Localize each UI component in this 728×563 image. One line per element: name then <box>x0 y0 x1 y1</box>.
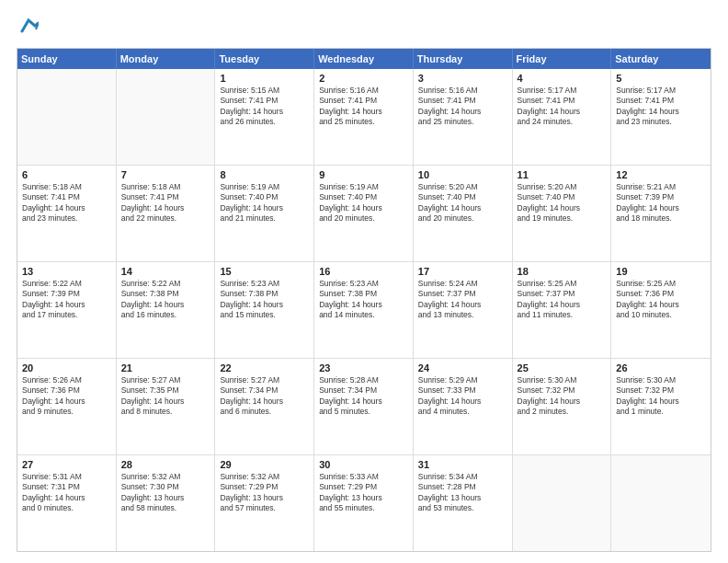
calendar-cell: 30Sunrise: 5:33 AMSunset: 7:29 PMDayligh… <box>314 455 414 551</box>
day-number: 31 <box>418 459 507 470</box>
calendar-cell: 11Sunrise: 5:20 AMSunset: 7:40 PMDayligh… <box>513 166 612 261</box>
cell-info-line: Sunrise: 5:17 AM <box>518 86 607 96</box>
cell-info-line: and 53 minutes. <box>418 503 507 513</box>
cell-info-line: and 6 minutes. <box>220 407 309 417</box>
cell-info-line: Sunset: 7:41 PM <box>220 96 309 106</box>
cell-info-line: Sunset: 7:37 PM <box>518 289 607 299</box>
header-day-tuesday: Tuesday <box>215 49 314 69</box>
cell-info-line: Sunset: 7:29 PM <box>220 482 309 492</box>
cell-info-line: and 13 minutes. <box>418 310 507 320</box>
cell-info-line: Sunset: 7:31 PM <box>22 482 111 492</box>
cell-info-line: Sunrise: 5:31 AM <box>22 472 111 482</box>
cell-info-line: Sunset: 7:39 PM <box>616 192 706 202</box>
day-number: 18 <box>518 266 607 277</box>
day-number: 16 <box>319 266 408 277</box>
cell-info-line: Sunrise: 5:19 AM <box>319 182 408 192</box>
day-number: 21 <box>121 362 210 373</box>
cell-info-line: Sunrise: 5:30 AM <box>518 375 607 385</box>
cell-info-line: Sunset: 7:38 PM <box>121 289 210 299</box>
cell-info-line: and 5 minutes. <box>319 407 408 417</box>
cell-info-line: Sunrise: 5:20 AM <box>518 182 607 192</box>
cell-info-line: Sunset: 7:41 PM <box>22 192 111 202</box>
cell-info-line: Daylight: 14 hours <box>319 107 408 117</box>
calendar-cell: 31Sunrise: 5:34 AMSunset: 7:28 PMDayligh… <box>414 455 513 551</box>
calendar-cell: 10Sunrise: 5:20 AMSunset: 7:40 PMDayligh… <box>414 166 513 261</box>
day-number: 7 <box>121 169 210 180</box>
day-number: 24 <box>418 362 507 373</box>
header-day-sunday: Sunday <box>17 49 117 69</box>
cell-info-line: Sunset: 7:34 PM <box>319 385 408 396</box>
calendar-cell: 8Sunrise: 5:19 AMSunset: 7:40 PMDaylight… <box>215 166 314 261</box>
day-number: 23 <box>319 362 408 373</box>
cell-info-line: Daylight: 14 hours <box>418 396 507 407</box>
cell-info-line: and 9 minutes. <box>22 407 111 417</box>
cell-info-line: and 16 minutes. <box>121 310 210 320</box>
day-number: 10 <box>418 169 507 180</box>
calendar-cell: 17Sunrise: 5:24 AMSunset: 7:37 PMDayligh… <box>414 262 513 358</box>
logo <box>17 17 39 39</box>
cell-info-line: Daylight: 14 hours <box>616 396 706 407</box>
cell-info-line: Sunset: 7:34 PM <box>220 385 309 396</box>
calendar-cell: 14Sunrise: 5:22 AMSunset: 7:38 PMDayligh… <box>117 262 216 358</box>
header <box>17 17 711 39</box>
calendar-cell: 26Sunrise: 5:30 AMSunset: 7:32 PMDayligh… <box>611 359 711 454</box>
cell-info-line: Sunrise: 5:22 AM <box>121 279 210 289</box>
cell-info-line: Sunset: 7:30 PM <box>121 482 210 492</box>
cell-info-line: and 57 minutes. <box>220 503 309 513</box>
cell-info-line: Sunrise: 5:28 AM <box>319 375 408 385</box>
calendar-cell: 24Sunrise: 5:29 AMSunset: 7:33 PMDayligh… <box>414 359 513 454</box>
day-number: 20 <box>22 362 111 373</box>
cell-info-line: Sunrise: 5:18 AM <box>121 182 210 192</box>
day-number: 29 <box>220 459 309 470</box>
day-number: 25 <box>518 362 607 373</box>
cell-info-line: Sunrise: 5:34 AM <box>418 472 507 482</box>
day-number: 8 <box>220 169 309 180</box>
calendar-cell: 5Sunrise: 5:17 AMSunset: 7:41 PMDaylight… <box>611 69 711 165</box>
cell-info-line: Sunset: 7:41 PM <box>319 96 408 106</box>
cell-info-line: Daylight: 14 hours <box>220 203 309 213</box>
cell-info-line: Sunrise: 5:17 AM <box>616 86 706 96</box>
cell-info-line: Sunrise: 5:25 AM <box>616 279 706 289</box>
cell-info-line: Daylight: 14 hours <box>518 203 607 213</box>
day-number: 26 <box>616 362 706 373</box>
calendar-cell: 18Sunrise: 5:25 AMSunset: 7:37 PMDayligh… <box>513 262 612 358</box>
calendar-cell <box>611 455 711 551</box>
cell-info-line: Sunset: 7:41 PM <box>616 96 706 106</box>
calendar-cell <box>117 69 216 165</box>
cell-info-line: Sunrise: 5:32 AM <box>220 472 309 482</box>
cell-info-line: Sunset: 7:38 PM <box>319 289 408 299</box>
calendar-cell: 12Sunrise: 5:21 AMSunset: 7:39 PMDayligh… <box>611 166 711 261</box>
calendar-cell: 29Sunrise: 5:32 AMSunset: 7:29 PMDayligh… <box>215 455 314 551</box>
cell-info-line: Daylight: 14 hours <box>518 300 607 310</box>
calendar: SundayMondayTuesdayWednesdayThursdayFrid… <box>17 48 711 552</box>
cell-info-line: and 25 minutes. <box>319 117 408 127</box>
cell-info-line: Daylight: 14 hours <box>616 300 706 310</box>
header-day-saturday: Saturday <box>611 49 711 69</box>
cell-info-line: and 4 minutes. <box>418 407 507 417</box>
cell-info-line: Daylight: 14 hours <box>319 396 408 407</box>
cell-info-line: Sunrise: 5:25 AM <box>518 279 607 289</box>
header-day-wednesday: Wednesday <box>314 49 414 69</box>
cell-info-line: Sunrise: 5:15 AM <box>220 86 309 96</box>
cell-info-line: Daylight: 14 hours <box>22 300 111 310</box>
cell-info-line: Daylight: 14 hours <box>121 300 210 310</box>
cell-info-line: Sunset: 7:36 PM <box>616 289 706 299</box>
calendar-cell: 28Sunrise: 5:32 AMSunset: 7:30 PMDayligh… <box>117 455 216 551</box>
day-number: 13 <box>22 266 111 277</box>
calendar-week-5: 27Sunrise: 5:31 AMSunset: 7:31 PMDayligh… <box>17 455 711 551</box>
cell-info-line: and 58 minutes. <box>121 503 210 513</box>
cell-info-line: Sunset: 7:28 PM <box>418 482 507 492</box>
calendar-header: SundayMondayTuesdayWednesdayThursdayFrid… <box>17 49 711 69</box>
cell-info-line: and 23 minutes. <box>616 117 706 127</box>
calendar-cell: 3Sunrise: 5:16 AMSunset: 7:41 PMDaylight… <box>414 69 513 165</box>
calendar-cell: 22Sunrise: 5:27 AMSunset: 7:34 PMDayligh… <box>215 359 314 454</box>
cell-info-line: Sunrise: 5:21 AM <box>616 182 706 192</box>
calendar-cell: 27Sunrise: 5:31 AMSunset: 7:31 PMDayligh… <box>17 455 117 551</box>
header-day-monday: Monday <box>117 49 216 69</box>
day-number: 5 <box>616 73 706 84</box>
cell-info-line: Sunrise: 5:20 AM <box>418 182 507 192</box>
logo-icon <box>18 17 39 37</box>
cell-info-line: and 23 minutes. <box>22 213 111 224</box>
day-number: 4 <box>518 73 607 84</box>
cell-info-line: and 20 minutes. <box>418 213 507 224</box>
